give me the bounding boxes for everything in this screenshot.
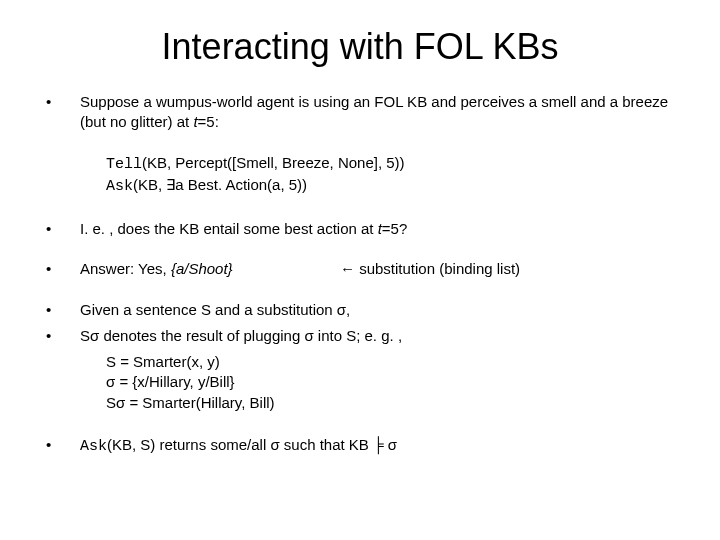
bullet-dot: • <box>40 326 80 346</box>
bullet-3-text: Answer: Yes, {a/Shoot} ← substitution (b… <box>80 259 680 279</box>
answer-right: ← substitution (binding list) <box>340 259 680 279</box>
b6-tail: σ <box>384 436 397 453</box>
sub-2: σ = {x/Hillary, y/Bill} <box>106 372 680 392</box>
ask-keyword: Ask <box>106 178 133 195</box>
bullet-2: • I. e. , does the KB entail some best a… <box>40 219 680 239</box>
b2-tail: =5? <box>382 220 407 237</box>
tell-line: Tell(KB, Percept([Smell, Breeze, None], … <box>106 153 680 175</box>
bullet-5-text: Sσ denotes the result of plugging σ into… <box>80 326 680 346</box>
b6-mid: (KB, S) returns some/all σ such that KB <box>107 436 373 453</box>
bullet-3: • Answer: Yes, {a/Shoot} ← substitution … <box>40 259 680 279</box>
bullet-5: • Sσ denotes the result of plugging σ in… <box>40 326 680 346</box>
bullet-1-text: Suppose a wumpus-world agent is using an… <box>80 92 680 133</box>
bullet-dot: • <box>40 300 80 320</box>
sub-3: Sσ = Smarter(Hillary, Bill) <box>106 393 680 413</box>
bullet-2-text: I. e. , does the KB entail some best act… <box>80 219 680 239</box>
b3-left-sub: {a/Shoot} <box>171 260 233 277</box>
b1-pre: Suppose a wumpus-world agent is using an… <box>80 93 668 130</box>
slide: Interacting with FOL KBs • Suppose a wum… <box>0 0 720 540</box>
b2-pre: I. e. , does the KB entail some best act… <box>80 220 378 237</box>
bullet-1: • Suppose a wumpus-world agent is using … <box>40 92 680 133</box>
b3-left-pre: Answer: Yes, <box>80 260 171 277</box>
bullet-4-text: Given a sentence S and a substitution σ, <box>80 300 680 320</box>
slide-title: Interacting with FOL KBs <box>40 26 680 68</box>
bullet-dot: • <box>40 259 80 279</box>
sub-1: S = Smarter(x, y) <box>106 352 680 372</box>
bullet-6-text: Ask(KB, S) returns some/all σ such that … <box>80 435 680 457</box>
bullet-dot: • <box>40 435 80 457</box>
ask-line: Ask(KB, ∃a Best. Action(a, 5)) <box>106 175 680 197</box>
tell-keyword: Tell <box>106 156 142 173</box>
tell-args: (KB, Percept([Smell, Breeze, None], 5)) <box>142 154 405 171</box>
bullet-6: • Ask(KB, S) returns some/all σ such tha… <box>40 435 680 457</box>
bullet-dot: • <box>40 219 80 239</box>
bullet-4: • Given a sentence S and a substitution … <box>40 300 680 320</box>
entails-symbol: ╞ <box>373 436 384 453</box>
ask-args-post: a Best. Action(a, 5)) <box>175 176 307 193</box>
b1-tail: =5: <box>198 113 219 130</box>
ask-exists: ∃ <box>166 176 175 193</box>
ask-args-pre: (KB, <box>133 176 166 193</box>
answer-left: Answer: Yes, {a/Shoot} <box>80 259 340 279</box>
bullet-dot: • <box>40 92 80 133</box>
b6-keyword: Ask <box>80 438 107 455</box>
